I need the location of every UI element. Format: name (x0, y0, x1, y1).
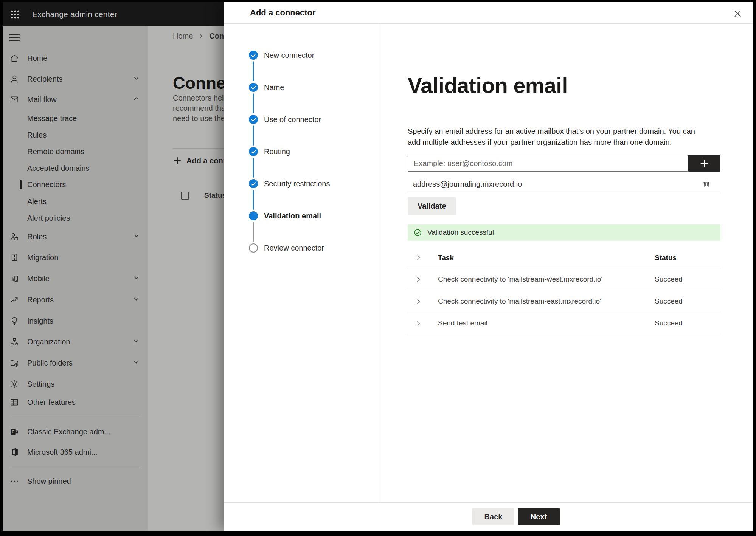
mobile-icon (9, 274, 19, 283)
step-connector (253, 61, 254, 81)
select-all-checkbox[interactable] (181, 192, 189, 200)
screen: Exchange admin center HomeRecipientsMail… (3, 2, 753, 531)
sidebar-item-home[interactable]: Home (3, 51, 148, 66)
panel-header: Add a connector (224, 2, 753, 24)
sidebar-item-microsoft-365-admi[interactable]: Microsoft 365 admi... (3, 445, 148, 460)
expand-row-chevron-icon[interactable] (415, 320, 422, 326)
step-circle-use-of-connector[interactable] (249, 115, 258, 124)
sidebar-item-recipients[interactable]: Recipients (3, 71, 148, 87)
other-features-icon (9, 397, 19, 407)
sidebar-item-label: Remote domains (27, 147, 84, 156)
step-circle-routing[interactable] (249, 147, 258, 156)
panel-content: Validation email Specify an email addres… (408, 24, 720, 502)
divider (9, 417, 141, 417)
added-address: address@journaling.mxrecord.io (413, 180, 522, 189)
sidebar-item-remote-domains[interactable]: Remote domains (3, 144, 148, 159)
expand-row-chevron-icon[interactable] (415, 276, 422, 282)
breadcrumb-home[interactable]: Home (173, 32, 193, 40)
expand-all-chevron-icon[interactable] (415, 254, 422, 261)
public-folders-icon (9, 358, 19, 368)
sidebar-item-label: Recipients (27, 75, 62, 84)
added-address-row: address@journaling.mxrecord.io (408, 176, 720, 193)
person-icon (9, 74, 19, 84)
status-cell: Succeed (655, 297, 683, 305)
roles-icon (9, 232, 19, 242)
sidebar: HomeRecipientsMail flowMessage traceRule… (3, 26, 148, 531)
step-circle-review-connector[interactable] (249, 243, 258, 253)
sidebar-item-public-folders[interactable]: Public folders (3, 355, 148, 370)
sidebar-item-alerts[interactable]: Alerts (3, 194, 148, 209)
validate-button[interactable]: Validate (408, 197, 456, 215)
validation-success-banner: Validation successful (408, 224, 720, 241)
sidebar-item-label: Organization (27, 338, 70, 346)
plus-icon (173, 156, 182, 165)
step-circle-name[interactable] (249, 83, 258, 92)
step-connector (253, 158, 254, 178)
success-check-icon (413, 228, 422, 237)
insights-icon (9, 316, 19, 326)
sidebar-item-label: Microsoft 365 admi... (27, 448, 98, 457)
plus-icon (699, 158, 709, 169)
add-address-button[interactable] (688, 155, 720, 172)
sidebar-item-label: Insights (27, 317, 53, 325)
table-header-row: TaskStatus (408, 247, 720, 268)
sidebar-item-label: Roles (27, 232, 47, 241)
microsoft-365-icon (9, 447, 19, 457)
intro-line: Connectors help (173, 93, 228, 103)
sidebar-item-classic-exchange-adm[interactable]: EClassic Exchange adm... (3, 424, 148, 439)
sidebar-item-other-features[interactable]: Other features (3, 395, 148, 410)
sidebar-item-message-trace[interactable]: Message trace (3, 111, 148, 126)
email-input[interactable] (408, 155, 688, 172)
task-cell: Send test email (438, 319, 487, 327)
step-label-name: Name (264, 83, 284, 92)
sidebar-item-mobile[interactable]: Mobile (3, 271, 148, 286)
close-button[interactable] (731, 7, 744, 20)
svg-text:E: E (12, 430, 14, 434)
chevron-right-icon (198, 33, 204, 39)
sidebar-item-label: Show pinned (27, 477, 71, 486)
email-input-row (408, 155, 720, 172)
sidebar-item-label: Settings (27, 380, 54, 389)
chevron-down-icon (133, 233, 140, 241)
step-description: Specify an email address for an active m… (408, 126, 706, 148)
task-column-header: Task (438, 254, 454, 262)
step-label-review-connector: Review connector (264, 243, 324, 253)
sidebar-item-alert-policies[interactable]: Alert policies (3, 211, 148, 226)
sidebar-item-settings[interactable]: Settings (3, 376, 148, 392)
sidebar-item-rules[interactable]: Rules (3, 127, 148, 143)
step-circle-new-connector[interactable] (249, 51, 258, 60)
sidebar-item-organization[interactable]: Organization (3, 334, 148, 349)
step-label-validation-email: Validation email (264, 211, 321, 220)
app-launcher-icon[interactable] (9, 9, 21, 20)
panel-footer: Back Next (224, 502, 753, 531)
migration-icon (9, 253, 19, 262)
sidebar-item-reports[interactable]: Reports (3, 292, 148, 307)
step-heading: Validation email (408, 73, 568, 98)
step-label-new-connector: New connector (264, 51, 314, 60)
next-button[interactable]: Next (518, 508, 560, 525)
settings-icon (9, 379, 19, 389)
step-label-routing: Routing (264, 147, 290, 156)
reports-icon (9, 295, 19, 305)
hamburger-icon[interactable] (9, 34, 20, 41)
task-cell: Check connectivity to 'mailstream-west.m… (438, 275, 602, 283)
intro-line: need to use the (173, 113, 228, 124)
table-row: Send test emailSucceed (408, 312, 720, 334)
mail-icon (9, 94, 19, 104)
step-circle-security-restrictions[interactable] (249, 179, 258, 188)
home-icon (9, 53, 19, 63)
sidebar-item-connectors[interactable]: Connectors (3, 177, 148, 192)
step-circle-validation-email[interactable] (249, 211, 258, 220)
expand-row-chevron-icon[interactable] (415, 298, 422, 304)
sidebar-item-insights[interactable]: Insights (3, 313, 148, 328)
sidebar-item-show-pinned[interactable]: Show pinned (3, 474, 148, 489)
add-connector-button[interactable]: Add a conn (173, 154, 228, 167)
sidebar-item-label: Other features (27, 398, 76, 407)
back-button[interactable]: Back (472, 508, 514, 525)
page-intro: Connectors help recommend that need to u… (173, 93, 228, 124)
sidebar-item-migration[interactable]: Migration (3, 250, 148, 265)
sidebar-item-mail-flow[interactable]: Mail flow (3, 92, 148, 107)
sidebar-item-accepted-domains[interactable]: Accepted domains (3, 161, 148, 176)
delete-address-button[interactable] (702, 179, 711, 190)
sidebar-item-roles[interactable]: Roles (3, 229, 148, 244)
